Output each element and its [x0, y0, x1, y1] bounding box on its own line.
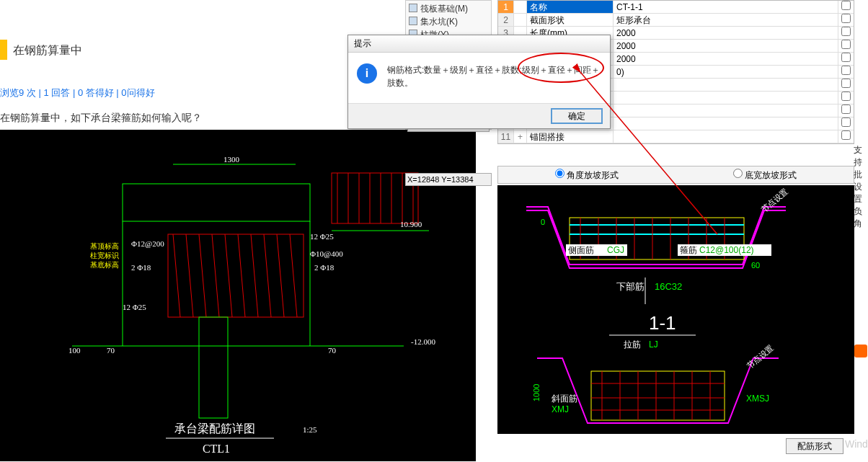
property-checkbox[interactable] [838, 105, 854, 117]
svg-text:10.900: 10.900 [400, 220, 422, 228]
property-checkbox[interactable] [838, 66, 854, 78]
grid-row[interactable]: 11+锚固搭接 [498, 130, 854, 143]
property-value[interactable]: 2000 [614, 40, 838, 52]
row-number: 11 [498, 130, 514, 143]
accent-bar [0, 40, 7, 60]
svg-text:CGJ: CGJ [607, 245, 624, 255]
svg-text:承台梁配筋详图: 承台梁配筋详图 [174, 422, 255, 435]
property-value[interactable]: 2000 [614, 53, 838, 65]
svg-text:12 Φ25: 12 Φ25 [123, 303, 146, 311]
property-value[interactable]: 矩形承台 [614, 14, 838, 26]
svg-line-13 [290, 234, 297, 317]
svg-text:2 Φ18: 2 Φ18 [131, 263, 151, 272]
svg-rect-36 [199, 317, 228, 418]
property-checkbox[interactable] [838, 40, 854, 52]
svg-line-11 [264, 234, 271, 317]
grid-row[interactable]: 2截面形状矩形承台 [498, 14, 854, 27]
svg-text:C12@100(12): C12@100(12) [699, 245, 754, 255]
rebar-form-button[interactable]: 配筋形式 [786, 438, 843, 454]
svg-line-10 [251, 234, 258, 317]
property-label: 名称 [527, 1, 614, 13]
svg-line-6 [199, 234, 206, 317]
property-value[interactable]: 2000 [614, 27, 838, 39]
svg-text:60: 60 [751, 261, 760, 270]
property-checkbox[interactable] [838, 14, 854, 26]
svg-text:LJ: LJ [649, 339, 658, 350]
property-label: 锚固搭接 [527, 130, 614, 143]
svg-text:16C32: 16C32 [655, 281, 682, 292]
property-checkbox[interactable] [838, 92, 854, 104]
width-slope-radio[interactable]: 底宽放坡形式 [733, 169, 797, 182]
expand-icon[interactable] [514, 14, 527, 26]
svg-text:0: 0 [541, 218, 545, 226]
property-value[interactable] [614, 130, 838, 143]
cad-drawing-left: 1300 10.900 Φ12@200 2 Φ18 12 Φ25 12 Φ25 … [0, 130, 476, 461]
svg-text:拉筋: 拉筋 [624, 339, 641, 350]
svg-line-9 [238, 234, 245, 317]
svg-text:XMSJ: XMSJ [746, 394, 769, 404]
svg-line-5 [186, 234, 193, 317]
tree-icon [409, 4, 417, 12]
svg-text:1000: 1000 [532, 384, 541, 401]
property-value[interactable] [614, 79, 838, 91]
grid-row[interactable]: 1名称CT-1-1 [498, 1, 854, 14]
svg-text:1300: 1300 [223, 155, 240, 164]
dialog-message: 钢筋格式:数量＋级别＋直径＋肢数;级别＋直径＋间距＋肢数。 [387, 63, 601, 97]
expand-icon[interactable] [514, 1, 527, 13]
svg-rect-73 [591, 371, 725, 420]
svg-text:下部筋: 下部筋 [616, 281, 645, 292]
svg-line-8 [225, 234, 232, 317]
svg-text:侧面筋: 侧面筋 [568, 245, 594, 255]
angle-slope-radio[interactable]: 角度放坡形式 [555, 169, 619, 182]
question-text: 在钢筋算量中，如下承台梁箍筋如何输入呢？ [0, 112, 202, 125]
svg-text:斜面筋: 斜面筋 [552, 394, 577, 404]
svg-line-7 [212, 234, 219, 317]
slope-mode-bar: 角度放坡形式 底宽放坡形式 [497, 166, 854, 184]
svg-rect-0 [123, 184, 310, 221]
coordinates-readout: X=12848 Y=13384 [405, 173, 492, 186]
property-value[interactable] [614, 105, 838, 117]
svg-text:柱宽标识: 柱宽标识 [90, 252, 119, 259]
side-help-text: 支持批设置负角 [854, 144, 868, 230]
ok-button[interactable]: 确定 [551, 108, 603, 124]
info-icon: i [357, 63, 377, 84]
property-value[interactable]: 0) [614, 66, 838, 78]
property-value[interactable]: CT-1-1 [614, 1, 838, 13]
svg-text:节点设置: 节点设置 [745, 343, 775, 370]
svg-text:2 Φ18: 2 Φ18 [314, 263, 335, 272]
svg-text:70: 70 [107, 346, 115, 355]
expand-icon[interactable]: + [514, 130, 527, 143]
property-checkbox[interactable] [838, 130, 854, 143]
svg-text:1:25: 1:25 [303, 425, 317, 434]
property-label: 截面形状 [527, 14, 614, 26]
row-number: 1 [498, 1, 514, 13]
svg-text:Φ10@400: Φ10@400 [310, 249, 343, 258]
row-number: 2 [498, 14, 514, 26]
tree-item[interactable]: 筏板基础(M) [407, 2, 490, 15]
property-checkbox[interactable] [838, 79, 854, 91]
property-checkbox[interactable] [838, 1, 854, 13]
side-tab-icon[interactable] [854, 345, 867, 357]
property-value[interactable] [614, 117, 838, 130]
svg-text:基顶标高: 基顶标高 [90, 242, 119, 250]
info-dialog: 提示 i 钢筋格式:数量＋级别＋直径＋肢数;级别＋直径＋间距＋肢数。 确定 [347, 35, 611, 129]
property-value[interactable] [614, 92, 838, 104]
property-checkbox[interactable] [838, 53, 854, 65]
page-title: 在钢筋算量中 [13, 43, 82, 58]
svg-text:12 Φ25: 12 Φ25 [310, 232, 334, 241]
property-checkbox[interactable] [838, 27, 854, 39]
cad-drawing-right: 侧面筋 CGJ 箍筋 C12@100(12) 60 节点设置 下部筋 16C32… [497, 185, 854, 434]
svg-text:XMJ: XMJ [552, 404, 569, 414]
svg-text:Φ12@200: Φ12@200 [131, 239, 164, 248]
svg-text:CTL1: CTL1 [203, 443, 230, 455]
svg-text:节点设置: 节点设置 [760, 187, 789, 213]
dialog-title: 提示 [348, 35, 610, 53]
svg-line-4 [173, 234, 180, 317]
watermark-text: Wind [845, 438, 868, 450]
svg-line-12 [277, 234, 284, 317]
property-checkbox[interactable] [838, 117, 854, 130]
svg-text:基底标高: 基底标高 [90, 261, 119, 269]
tree-item[interactable]: 集水坑(K) [407, 15, 490, 28]
svg-text:箍筋: 箍筋 [680, 245, 697, 255]
stats-line[interactable]: 浏览9 次 | 1 回答 | 0 答得好 | 0问得好 [0, 86, 156, 99]
